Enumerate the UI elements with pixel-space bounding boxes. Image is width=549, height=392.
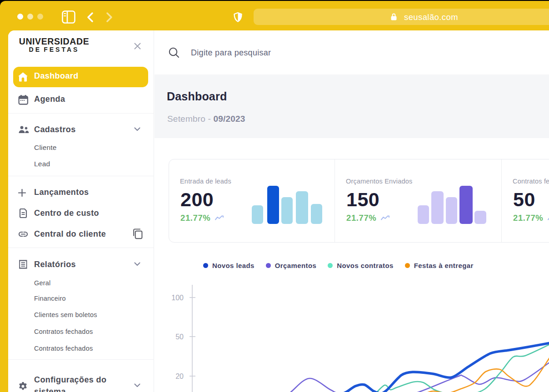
svg-text:50: 50 [175,333,184,341]
svg-text:20: 20 [175,372,184,380]
svg-text:100: 100 [171,294,184,302]
